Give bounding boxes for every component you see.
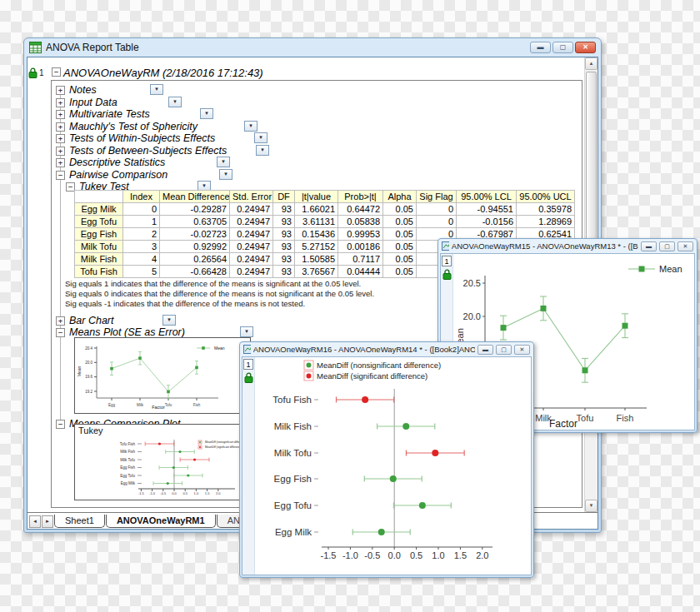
svg-text:MeanDiff (significant differen: MeanDiff (significant difference) <box>317 371 428 381</box>
table-cell: 0.63705 <box>160 216 230 228</box>
table-header-cell: Sig Flag <box>417 191 457 203</box>
tree-item: +Multivariate Tests▼ <box>56 109 556 121</box>
svg-text:0.0: 0.0 <box>388 550 401 560</box>
table-cell: 0.05 <box>383 203 417 216</box>
table-cell: 0.05 <box>383 216 417 228</box>
tree-item: −Pairwise Comparison▼ <box>56 170 556 182</box>
expand-toggle[interactable]: − <box>56 328 65 337</box>
close-button[interactable]: ✕ <box>575 42 596 53</box>
table-cell: 0.24947 <box>230 203 273 216</box>
table-cell: 1.28969 <box>517 216 575 228</box>
svg-text:-0.5: -0.5 <box>160 491 167 495</box>
svg-text:0.5: 0.5 <box>410 550 422 560</box>
expand-toggle[interactable]: + <box>56 110 65 119</box>
close-button[interactable]: ✕ <box>678 241 693 251</box>
expand-toggle[interactable]: + <box>56 122 65 132</box>
scroll-up-button[interactable]: ▲ <box>585 57 598 70</box>
means-plot-mini-chart: 20.420.019.619.2EggMilkTofuFishMeanMeanF… <box>75 338 250 413</box>
page-number-badge[interactable]: 1 <box>442 256 452 266</box>
table-cell: 0.04444 <box>338 266 383 278</box>
table-cell: 0.05 <box>383 266 417 278</box>
sig-notes: Sig equals 1 indicates that the differen… <box>65 279 374 309</box>
table-cell: Milk Tofu <box>75 241 123 253</box>
tree-item: +Notes▼ <box>56 85 556 97</box>
table-cell: 2 <box>123 228 160 241</box>
tree-item-label: Pairwise Comparison <box>69 169 168 181</box>
minimize-button[interactable]: ▬ <box>530 42 551 53</box>
svg-text:MeanDiff (significant differen: MeanDiff (significant difference) <box>205 445 242 449</box>
tukey-mini-title: Tukey <box>75 425 250 436</box>
minimize-button[interactable]: ▬ <box>478 345 493 355</box>
table-cell: 0.64472 <box>338 203 383 216</box>
svg-text:Tofu: Tofu <box>577 413 594 423</box>
table-header-cell: 95.00% LCL <box>457 191 517 203</box>
svg-text:1.5: 1.5 <box>205 491 210 495</box>
expand-toggle[interactable]: − <box>56 171 65 180</box>
maximize-button[interactable]: ▢ <box>552 42 573 53</box>
worksheet-icon <box>29 42 42 53</box>
dropdown-button[interactable]: ▼ <box>150 84 163 95</box>
table-cell: -0.66428 <box>160 266 230 278</box>
tab-scroll-left[interactable]: ◄ <box>29 515 41 528</box>
sheet-tab[interactable]: ANOVAOneWayRM1 <box>106 515 216 528</box>
dropdown-button[interactable]: ▼ <box>219 169 232 180</box>
dropdown-button[interactable]: ▼ <box>168 97 182 107</box>
table-cell: 0.15436 <box>295 228 338 241</box>
lock-icon <box>442 269 452 280</box>
rm15-title-bar[interactable]: ANOVAOneWayRM15 - ANOVAOneWayRM13 * - ([… <box>438 239 697 253</box>
tree-root-label: ANOVAOneWayRM (2/18/2016 17:12:43) <box>63 67 263 79</box>
svg-text:Fish: Fish <box>193 403 201 407</box>
table-cell: 0.26564 <box>160 253 230 266</box>
restore-button[interactable]: ▢ <box>659 241 675 251</box>
dropdown-button[interactable]: ▼ <box>217 157 230 167</box>
dropdown-button[interactable]: ▼ <box>256 145 269 156</box>
scroll-down-button[interactable]: ▼ <box>585 500 598 512</box>
tree-item-label: Means Plot (SE as Error) <box>69 326 185 338</box>
expand-toggle[interactable]: + <box>56 134 65 143</box>
expand-toggle[interactable]: + <box>56 316 65 326</box>
svg-text:Milk Tofu: Milk Tofu <box>274 448 312 458</box>
svg-text:Milk: Milk <box>137 403 144 407</box>
page-number-badge[interactable]: 1 <box>243 359 253 370</box>
tree-item-label: Input Data <box>69 97 118 108</box>
table-cell: 1.66021 <box>295 203 338 216</box>
expand-toggle[interactable]: − <box>56 420 65 429</box>
tree-item-label: Multivariate Tests <box>69 108 150 120</box>
expand-toggle[interactable]: + <box>56 98 65 107</box>
restore-button[interactable]: ▢ <box>496 345 512 355</box>
tree-item-label: Notes <box>69 84 97 96</box>
rm16-title-bar[interactable]: ANOVAOneWayRM16 - ANOVAOneWayRM14 * - ([… <box>240 342 533 356</box>
tree-item-label: Tests of Within-Subjects Effects <box>69 132 215 144</box>
table-cell: 0.99953 <box>338 228 383 241</box>
minimize-button[interactable]: ▬ <box>641 241 657 251</box>
svg-text:20.0: 20.0 <box>463 311 481 321</box>
expand-toggle[interactable]: + <box>56 158 65 167</box>
expand-toggle[interactable]: + <box>56 147 65 156</box>
dropdown-button[interactable]: ▼ <box>254 132 268 143</box>
table-cell: 4 <box>123 253 160 266</box>
table-cell: 3 <box>123 241 160 253</box>
close-button[interactable]: ✕ <box>514 345 530 355</box>
dropdown-button[interactable]: ▼ <box>200 108 213 119</box>
dropdown-button[interactable]: ▼ <box>240 326 253 337</box>
svg-text:20.0: 20.0 <box>85 361 92 365</box>
svg-text:Egg Tofu: Egg Tofu <box>274 500 312 510</box>
tab-scroll-right[interactable]: ► <box>42 515 53 528</box>
table-cell: 1 <box>123 216 160 228</box>
dropdown-button[interactable]: ▼ <box>162 315 176 326</box>
sheet-tab[interactable]: Sheet1 <box>54 515 105 528</box>
main-title-bar[interactable]: ANOVA Report Table ▬ ▢ ✕ <box>24 38 601 57</box>
table-cell: -0.02723 <box>160 228 230 241</box>
table-cell: 93 <box>273 241 295 253</box>
collapse-toggle[interactable]: − <box>52 67 61 77</box>
scrollbar-thumb[interactable] <box>586 72 597 248</box>
svg-text:2.0: 2.0 <box>476 550 488 560</box>
table-cell: -0.0156 <box>457 216 517 228</box>
table-cell: 93 <box>273 203 295 216</box>
table-cell: 93 <box>273 253 295 266</box>
expand-toggle[interactable]: + <box>56 86 65 95</box>
table-cell: 0.24947 <box>230 228 273 241</box>
dropdown-button[interactable]: ▼ <box>244 121 258 132</box>
tree-item-label: Tests of Between-Subjects Effects <box>69 145 227 157</box>
table-cell: 3.76567 <box>295 266 338 278</box>
